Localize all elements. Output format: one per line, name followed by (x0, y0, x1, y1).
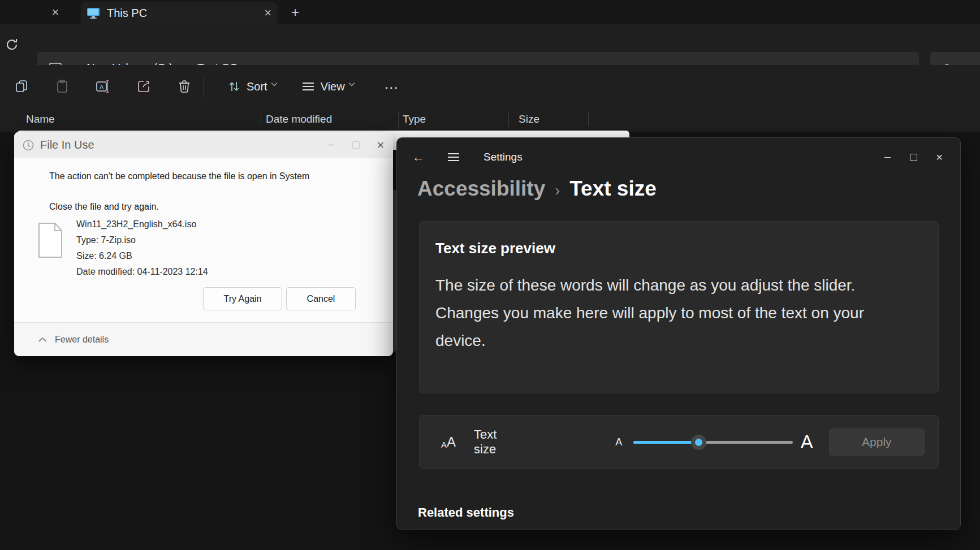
file-details: Win11_23H2_English_x64.iso Type: 7-Zip.i… (76, 216, 208, 280)
slider-thumb[interactable] (691, 435, 706, 450)
explorer-tab-bar: × This PC × + (0, 0, 980, 24)
file-type: Type: 7-Zip.iso (76, 232, 208, 248)
close-tab-icon[interactable]: × (46, 3, 64, 21)
column-divider (508, 111, 509, 127)
column-divider (261, 111, 261, 127)
preview-card-heading: Text size preview (435, 240, 555, 257)
dialog-maximize-button[interactable] (343, 132, 368, 158)
sort-button[interactable]: Sort (224, 73, 281, 100)
svg-text:A: A (100, 84, 104, 90)
settings-breadcrumb: Accessibility › Text size (417, 173, 657, 205)
view-button[interactable]: View (298, 73, 359, 100)
delete-button[interactable] (169, 73, 200, 100)
file-icon (37, 222, 64, 258)
small-a-label: A (615, 436, 622, 448)
copy-icon (15, 80, 28, 93)
paste-icon (56, 80, 68, 93)
settings-window: ← Settings × Accessibility › Text size T… (396, 137, 961, 530)
settings-close-button[interactable]: × (926, 148, 952, 167)
column-divider (398, 111, 399, 127)
try-again-button[interactable]: Try Again (203, 287, 282, 310)
column-header-size[interactable]: Size (519, 113, 539, 125)
dialog-title: File In Use (40, 138, 94, 151)
file-date-modified: Date modified: 04-11-2023 12:14 (76, 264, 208, 280)
minimize-icon (327, 145, 334, 145)
copy-button[interactable] (6, 73, 37, 100)
dialog-minimize-button[interactable] (318, 132, 343, 158)
refresh-icon (5, 37, 19, 52)
tab-this-pc[interactable]: This PC × (81, 2, 277, 24)
file-name: Win11_23H2_English_x64.iso (76, 216, 208, 232)
close-tab-icon[interactable]: × (264, 7, 271, 19)
dialog-instruction: Close the file and try again. (49, 202, 159, 212)
ellipsis-icon: … (384, 75, 399, 93)
more-options-button[interactable]: … (379, 73, 404, 100)
fewer-details-toggle[interactable]: Fewer details (55, 335, 109, 345)
close-icon: × (936, 151, 943, 163)
hamburger-menu-icon[interactable] (447, 153, 460, 162)
close-icon: × (52, 6, 59, 19)
maximize-icon (910, 154, 917, 161)
apply-button[interactable]: Apply (829, 428, 925, 456)
tab-title: This PC (107, 7, 264, 20)
page-title: Text size (569, 177, 657, 201)
text-size-preview-card: Text size preview The size of these word… (419, 221, 939, 393)
share-icon (137, 80, 150, 93)
this-pc-icon (87, 7, 100, 19)
dialog-close-button[interactable]: × (368, 132, 393, 158)
view-list-icon (301, 81, 315, 92)
explorer-toolbar: A (0, 65, 980, 109)
chevron-up-icon (38, 337, 47, 343)
column-header-type[interactable]: Type (403, 113, 426, 125)
file-size: Size: 6.24 GB (76, 248, 208, 264)
settings-minimize-button[interactable] (874, 148, 900, 167)
trash-icon (178, 80, 191, 93)
sort-label: Sort (247, 80, 267, 93)
column-header-date-modified[interactable]: Date modified (266, 113, 332, 125)
dialog-footer: Fewer details (14, 322, 393, 356)
text-size-icon: AA (441, 435, 456, 449)
dialog-title-bar[interactable]: File In Use × (14, 132, 393, 158)
rename-button[interactable]: A (87, 73, 119, 100)
preview-card-body: The size of these words will change as y… (435, 271, 910, 354)
plus-icon: + (291, 5, 299, 20)
text-size-label: Text size (474, 427, 515, 457)
dialog-message: The action can't be completed because th… (49, 171, 309, 181)
back-icon[interactable]: ← (412, 150, 425, 164)
related-settings-heading: Related settings (418, 505, 514, 520)
refresh-button[interactable] (5, 37, 19, 52)
explorer-address-row: › New Volume (G:) › Test OS Sear (0, 24, 980, 65)
sort-icon (227, 80, 241, 93)
paste-button[interactable] (46, 73, 78, 100)
slider-thumb-dot (695, 439, 702, 446)
minimize-icon (884, 157, 891, 158)
large-a-label: A (801, 431, 813, 453)
chevron-down-icon (348, 82, 355, 86)
share-button[interactable] (128, 73, 159, 100)
column-header-row: Name Date modified Type Size (0, 108, 980, 132)
breadcrumb-accessibility[interactable]: Accessibility (417, 177, 545, 201)
rename-icon: A (96, 80, 110, 93)
chevron-down-icon (271, 82, 278, 86)
maximize-icon (352, 141, 360, 149)
cancel-button[interactable]: Cancel (286, 287, 356, 310)
text-size-slider-row: AA Text size A A Apply (419, 415, 939, 469)
column-divider (588, 111, 589, 127)
settings-window-title: Settings (483, 151, 523, 163)
settings-maximize-button[interactable] (900, 148, 926, 167)
view-label: View (321, 80, 345, 93)
column-header-name[interactable]: Name (26, 113, 55, 125)
desktop: × This PC × + (0, 0, 980, 550)
close-icon: × (377, 139, 385, 151)
new-tab-button[interactable]: + (286, 3, 305, 21)
toolbar-divider (204, 75, 204, 98)
text-size-slider[interactable] (633, 434, 792, 450)
file-in-use-dialog: File In Use × The action can't be comple… (14, 132, 393, 356)
clock-icon (22, 139, 34, 151)
chevron-right-icon: › (555, 182, 560, 200)
slider-fill (633, 441, 698, 444)
settings-title-bar: ← Settings × (397, 145, 960, 170)
